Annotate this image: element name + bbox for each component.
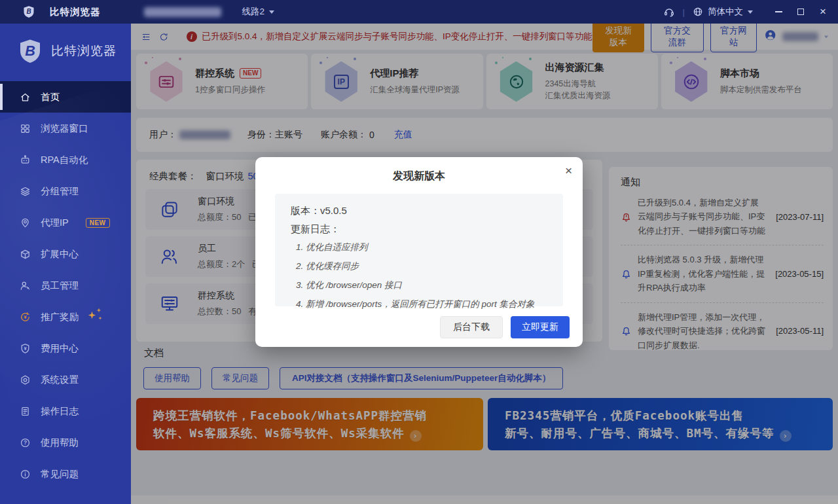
support-headset-icon[interactable] — [663, 6, 675, 18]
sidebar-item-label: RPA自动化 — [41, 154, 88, 166]
sidebar-item-faq[interactable]: 常见问题 — [0, 458, 131, 490]
cube-icon — [20, 249, 31, 260]
layers-icon — [20, 186, 31, 197]
titlebar: B 比特浏览器 线路2 | 简体中文 × — [0, 0, 838, 24]
sidebar-item-label: 使用帮助 — [41, 437, 79, 449]
sidebar-item-label: 分组管理 — [41, 185, 79, 198]
brand-shield-icon: B — [17, 38, 43, 64]
new-version-modal: 发现新版本 × 版本：v5.0.5 更新日志： 1. 优化自适应排列 2. 优化… — [255, 157, 583, 347]
sidebar-item-staff[interactable]: 员工管理 — [0, 270, 131, 301]
sparkles-icon — [88, 310, 105, 324]
sidebar-item-label: 代理IP — [41, 217, 69, 229]
changelog-item: 4. 新增 /browser/ports，返回所有已打开窗口的 port 集合对… — [296, 298, 547, 310]
document-log-icon — [20, 406, 31, 417]
sidebar-item-logs[interactable]: 操作日志 — [0, 395, 131, 427]
sidebar: B 比特浏览器 首页 浏览器窗口 RPA自动化 分组管理 代理IP NEW 扩展… — [0, 24, 131, 504]
reward-refresh-icon: ¥ — [20, 312, 31, 323]
sidebar-item-browser-windows[interactable]: 浏览器窗口 — [0, 113, 131, 144]
info-circle-icon — [20, 469, 31, 480]
svg-text:?: ? — [24, 439, 27, 446]
line-caret-icon[interactable] — [269, 10, 274, 14]
svg-text:B: B — [25, 43, 35, 59]
changelog-item: 3. 优化 /browser/open 接口 — [296, 279, 547, 291]
sidebar-item-help[interactable]: ? 使用帮助 — [0, 427, 131, 458]
sidebar-item-label: 首页 — [41, 91, 60, 103]
app-window: B 比特浏览器 线路2 | 简体中文 × B — [0, 0, 838, 504]
version-line: 版本：v5.0.5 — [291, 205, 547, 217]
svg-text:B: B — [26, 8, 31, 15]
question-circle-icon: ? — [20, 437, 31, 448]
new-badge: NEW — [86, 218, 110, 228]
changelog-item: 1. 优化自适应排列 — [296, 242, 547, 253]
grid-windows-icon — [20, 123, 31, 134]
language-selector[interactable]: 简体中文 — [708, 6, 743, 18]
sidebar-item-label: 浏览器窗口 — [41, 122, 88, 135]
sidebar-item-proxy-ip[interactable]: 代理IP NEW — [0, 207, 131, 238]
titlebar-redacted-text — [144, 7, 221, 17]
person-key-icon — [20, 280, 31, 291]
brand-name: 比特浏览器 — [51, 43, 117, 60]
changelog-box: 版本：v5.0.5 更新日志： 1. 优化自适应排列 2. 优化缓存同步 3. … — [275, 194, 563, 306]
sidebar-logo: B 比特浏览器 — [0, 24, 131, 81]
sidebar-item-settings[interactable]: 系统设置 — [0, 364, 131, 395]
home-icon — [20, 92, 31, 103]
sidebar-item-home[interactable]: 首页 — [0, 81, 131, 113]
language-caret-icon[interactable] — [748, 10, 753, 14]
sidebar-item-billing[interactable]: ¥ 费用中心 — [0, 333, 131, 364]
robot-icon — [20, 154, 31, 166]
app-title: 比特浏览器 — [50, 6, 101, 18]
sidebar-item-label: 常见问题 — [41, 468, 79, 480]
sidebar-item-extensions[interactable]: 扩展中心 — [0, 238, 131, 270]
app-logo-icon: B — [22, 5, 35, 18]
changelog-label: 更新日志： — [291, 223, 547, 236]
line-selector-label[interactable]: 线路2 — [242, 6, 265, 18]
maximize-button[interactable] — [792, 3, 809, 20]
minimize-button[interactable] — [770, 3, 787, 20]
svg-text:¥: ¥ — [24, 314, 27, 320]
location-pin-icon — [20, 217, 31, 228]
modal-title: 发现新版本 — [255, 157, 583, 183]
sidebar-item-label: 系统设置 — [41, 374, 79, 386]
close-button[interactable]: × — [814, 3, 831, 20]
sidebar-item-label: 推广奖励 — [41, 311, 79, 323]
sidebar-item-rpa[interactable]: RPA自动化 — [0, 144, 131, 175]
close-icon[interactable]: × — [565, 164, 572, 177]
changelog-item: 2. 优化缓存同步 — [296, 261, 547, 272]
titlebar-divider: | — [683, 7, 685, 17]
sidebar-item-label: 操作日志 — [41, 405, 79, 418]
shield-yuan-icon: ¥ — [20, 343, 31, 354]
sidebar-item-label: 员工管理 — [41, 279, 79, 292]
update-now-button[interactable]: 立即更新 — [511, 316, 570, 338]
download-background-button[interactable]: 后台下载 — [440, 316, 503, 338]
sidebar-item-label: 扩展中心 — [41, 248, 79, 261]
sidebar-item-label: 费用中心 — [41, 342, 79, 355]
sidebar-item-groups[interactable]: 分组管理 — [0, 175, 131, 207]
sidebar-item-promotion[interactable]: ¥ 推广奖励 — [0, 301, 131, 333]
language-globe-icon[interactable] — [693, 7, 703, 17]
svg-text:¥: ¥ — [24, 346, 27, 351]
gear-icon — [20, 374, 31, 386]
